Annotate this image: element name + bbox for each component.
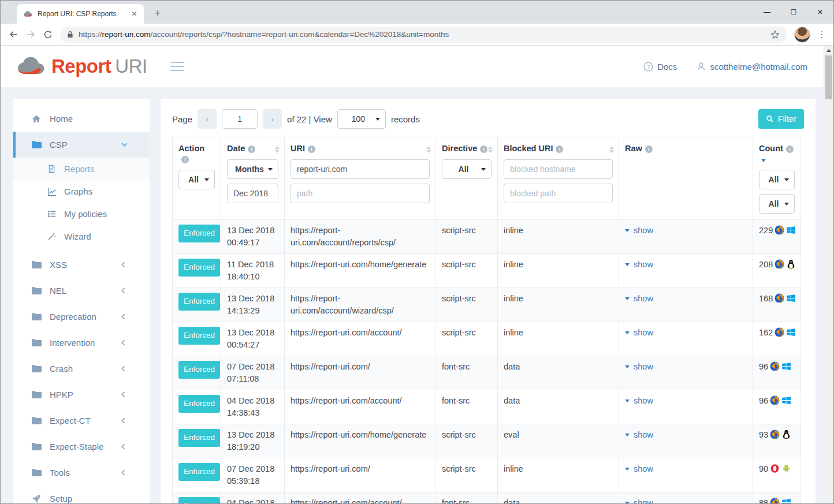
account-email-link[interactable]: scotthelme@hotmail.com — [697, 62, 807, 72]
filter-input-blocked-uri[interactable] — [504, 159, 613, 179]
browser-tab[interactable]: Report URI: CSP Reports ✕ — [17, 4, 144, 24]
profile-avatar[interactable] — [794, 27, 810, 43]
show-link[interactable]: show — [625, 430, 653, 439]
filter-select-count[interactable]: All — [759, 170, 795, 189]
back-icon[interactable] — [5, 26, 22, 43]
hamburger-menu-icon[interactable] — [170, 62, 184, 71]
show-link[interactable]: show — [625, 498, 653, 503]
bookmark-star-icon[interactable] — [770, 30, 780, 39]
filter-input-uri[interactable] — [291, 184, 430, 203]
show-link[interactable]: show — [625, 328, 653, 337]
sidebar-item-label: Crash — [50, 364, 73, 374]
browser-window: Report URI: CSP Reports ✕ + — ☐ ✕ https:… — [0, 0, 834, 504]
sidebar-submenu: ReportsGraphsMy policiesWizard — [13, 158, 150, 248]
filter-select-directive[interactable]: All — [442, 159, 492, 179]
raw-cell: show — [619, 220, 753, 254]
count-cell: 208 — [753, 254, 801, 288]
tab-close-icon[interactable]: ✕ — [129, 9, 139, 19]
uri-cell: https://report-uri.com/account/wizard/cs… — [285, 288, 436, 322]
action-cell: Enforced — [173, 492, 221, 503]
sidebar-item-graphs[interactable]: Graphs — [13, 180, 150, 203]
folder-icon — [32, 260, 42, 269]
report-uri-logo[interactable]: Report URI — [16, 55, 147, 77]
filter-button[interactable]: Filter — [758, 109, 804, 129]
prev-page-button[interactable]: ‹ — [198, 109, 217, 129]
sidebar-item-deprecation[interactable]: Deprecation — [13, 304, 150, 330]
sidebar-item-crash[interactable]: Crash — [13, 356, 150, 382]
sidebar-item-setup[interactable]: Setup — [13, 486, 150, 503]
column-header-directive: DirectiveiAll — [436, 137, 498, 220]
sidebar-item-expect-staple[interactable]: Expect-Staple — [13, 434, 150, 460]
minimize-button[interactable]: — — [754, 1, 780, 24]
page-scrollbar[interactable] — [824, 46, 833, 503]
page-size-select[interactable]: 100 — [337, 109, 386, 129]
filter-select-count[interactable]: All — [759, 194, 795, 214]
directive-cell: font-src — [436, 356, 498, 390]
forward-icon[interactable] — [22, 26, 39, 43]
sidebar-item-expect-ct[interactable]: Expect-CT — [13, 408, 150, 434]
new-tab-button[interactable]: + — [150, 5, 166, 21]
scrollbar-up-icon[interactable] — [824, 46, 833, 55]
sidebar-item-my-policies[interactable]: My policies — [13, 203, 150, 225]
filter-input-date[interactable] — [227, 184, 278, 203]
table-body: Enforced13 Dec 201800:49:17https://repor… — [173, 220, 801, 504]
count-cell: 96 — [753, 356, 801, 390]
filter-input-uri[interactable] — [291, 159, 430, 179]
sidebar-item-xss[interactable]: XSS — [13, 252, 150, 278]
column-label: URI — [291, 144, 305, 153]
directive-cell: font-src — [436, 492, 498, 503]
folder-icon — [32, 338, 42, 347]
chevron-left-icon — [121, 262, 132, 268]
sidebar-item-reports[interactable]: Reports — [13, 158, 150, 180]
cloud-logo-icon — [16, 55, 47, 77]
sort-icon[interactable] — [275, 146, 280, 153]
show-link[interactable]: show — [625, 464, 653, 473]
url-bar[interactable]: https://report-uri.com/account/reports/c… — [60, 27, 787, 43]
info-icon: i — [181, 156, 189, 163]
page-number-input[interactable] — [222, 109, 258, 129]
filter-select-date[interactable]: Months — [227, 159, 278, 179]
show-link[interactable]: show — [625, 260, 653, 269]
browser-menu-icon[interactable]: ⋮ — [814, 29, 829, 40]
filter-input-blocked-uri[interactable] — [504, 184, 613, 203]
sidebar-item-wizard[interactable]: Wizard — [13, 225, 150, 248]
sidebar-item-tools[interactable]: Tools — [13, 460, 150, 486]
table-row: Enforced04 Dec 201814:26:31https://repor… — [173, 492, 801, 503]
caret-down-icon — [625, 468, 630, 471]
uri-cell: https://report-uri.com/home/generate — [285, 254, 436, 288]
next-page-button[interactable]: › — [263, 109, 282, 129]
refresh-icon[interactable] — [39, 26, 57, 43]
sidebar-item-nel[interactable]: NEL — [13, 278, 150, 304]
sidebar-item-intervention[interactable]: Intervention — [13, 330, 150, 356]
sort-icon[interactable] — [426, 146, 431, 153]
docs-link[interactable]: ? Docs — [643, 62, 677, 72]
sidebar-item-label: Home — [50, 114, 73, 124]
chevron-left-icon — [121, 339, 132, 346]
sidebar-item-label: Reports — [64, 164, 95, 174]
chevron-down-icon — [121, 143, 132, 147]
page-of-text: of 22 | View — [287, 114, 332, 124]
sort-desc-icon[interactable] — [761, 159, 766, 162]
sort-icon[interactable] — [488, 146, 493, 153]
column-label: Blocked URI — [504, 144, 553, 153]
caret-down-icon — [625, 502, 630, 503]
info-icon: i — [786, 145, 794, 153]
show-link[interactable]: show — [625, 294, 653, 303]
maximize-button[interactable]: ☐ — [780, 1, 807, 24]
sidebar-item-hpkp[interactable]: HPKP — [13, 382, 150, 408]
show-link[interactable]: show — [625, 362, 653, 371]
show-link[interactable]: show — [625, 396, 653, 405]
close-button[interactable]: ✕ — [807, 1, 833, 24]
sort-icon[interactable] — [609, 146, 614, 153]
action-badge: Enforced — [178, 429, 220, 447]
count-value: 96 — [759, 362, 768, 371]
sidebar-item-csp[interactable]: CSP — [13, 132, 150, 158]
scrollbar-thumb[interactable] — [825, 55, 832, 99]
table-row: Enforced13 Dec 201818:19:20https://repor… — [173, 424, 801, 458]
column-label: Count — [759, 144, 783, 153]
show-link[interactable]: show — [625, 226, 653, 235]
filter-select-action[interactable]: All — [178, 170, 215, 189]
sidebar-item-home[interactable]: Home — [13, 106, 150, 132]
windows-icon — [786, 225, 796, 235]
site-header: Report URI ? Docs scotthelme@hotmail.com — [1, 46, 824, 87]
